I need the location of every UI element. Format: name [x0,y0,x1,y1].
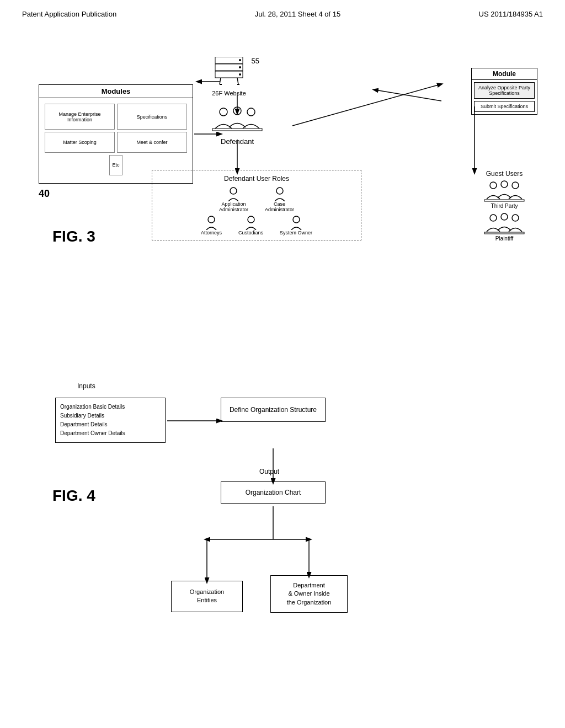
org-entities-label: OrganizationEntities [190,588,224,603]
svg-rect-22 [212,129,262,131]
org-chart-box: Organization Chart [221,481,326,504]
svg-point-33 [501,213,508,220]
server-label: 26F Website [210,90,248,97]
server-area: 26F Website 55 [210,57,248,97]
role-label-case-admin: CaseAdministrator [265,201,294,212]
person-icon-app-admin [227,187,239,201]
svg-line-16 [237,78,238,84]
svg-point-26 [248,216,254,223]
module-cell-1: Manage EnterpriseInformation [45,104,115,130]
module-cell-3: Matter Scoping [45,132,115,152]
svg-point-27 [293,216,300,223]
role-attorneys: Attorneys [201,216,222,235]
svg-point-13 [239,66,241,68]
guest-label-third-party: Third Party [491,203,518,209]
people-icon-plaintiff [482,212,526,235]
role-case-admin: CaseAdministrator [265,187,294,212]
dept-owner-box: Department& Owner Insidethe Organization [270,575,348,613]
role-label-attorneys: Attorneys [201,230,222,235]
define-org-box: Define Organization Structure [221,398,326,422]
server-number: 55 [252,57,259,65]
module-cell-2: Specifications [117,104,187,130]
svg-point-12 [239,59,241,61]
svg-point-19 [220,108,227,116]
module-right-title: Module [472,68,537,80]
role-label-custodians: Custodians [238,230,263,235]
fig3-label: FIG. 3 [52,228,95,245]
role-system-owner: System Owner [280,216,312,235]
svg-point-24 [276,188,283,194]
defendant-roles-title: Defendant User Roles [157,175,356,183]
person-icon-attorneys [205,216,217,230]
inputs-label: Inputs [77,382,95,390]
defendant-area: Defendant [193,106,281,146]
svg-point-20 [233,107,241,115]
role-label-system-owner: System Owner [280,230,312,235]
svg-line-8 [292,84,440,126]
org-chart-label: Organization Chart [246,489,301,496]
person-icon-case-admin [274,187,286,201]
module-cell-4: Meet & confer [117,132,187,152]
svg-rect-9 [215,57,243,63]
fig4-label: FIG. 4 [52,487,95,505]
svg-rect-11 [215,71,243,78]
svg-line-6 [375,90,441,101]
guest-item-third-party: Third Party [471,180,537,209]
dept-owner-label: Department& Owner Insidethe Organization [287,582,332,606]
modules-box: Modules Manage EnterpriseInformation Spe… [39,84,193,184]
define-org-label: Define Organization Structure [230,406,317,414]
role-app-admin: ApplicationAdministrator [219,187,248,212]
guest-item-plaintiff: Plaintiff [471,212,537,242]
inputs-line3: Department Details [60,420,161,429]
svg-point-28 [490,182,497,189]
modules-title: Modules [39,85,193,98]
svg-point-25 [208,216,215,223]
header-right: US 2011/184935 A1 [479,10,543,18]
module-right-item2: Submit Specifications [474,101,535,112]
svg-point-32 [490,215,497,221]
main-content: Modules Manage EnterpriseInformation Spe… [0,18,565,719]
label-40: 40 [39,188,50,200]
guest-users-area: Guest Users Third Party [471,170,537,245]
svg-point-30 [512,182,519,189]
inputs-line2: Subsidiary Details [60,411,161,420]
page-header: Patent Application Publication Jul. 28, … [0,0,565,18]
defendant-group-icon [210,106,265,131]
svg-rect-10 [215,64,243,71]
role-label-app-admin: ApplicationAdministrator [219,201,248,212]
svg-point-34 [512,215,519,221]
defendant-label: Defendant [193,137,281,146]
svg-point-23 [230,188,237,194]
person-icon-custodians [245,216,257,230]
defendant-roles-box: Defendant User Roles ApplicationAdminist… [152,170,361,240]
inputs-line4: Department Owner Details [60,429,161,438]
svg-rect-31 [484,200,524,201]
output-label: Output [259,468,279,475]
svg-rect-35 [484,232,524,234]
server-icon [210,57,248,87]
guest-users-title: Guest Users [471,170,537,178]
person-icon-system-owner [290,216,302,230]
inputs-box: Organization Basic Details Subsidiary De… [55,398,166,443]
svg-point-29 [501,181,508,188]
people-icon-third-party [482,180,526,203]
module-right-item1: Analyze Opposite Party Specifications [474,82,535,99]
header-center: Jul. 28, 2011 Sheet 4 of 15 [255,10,340,18]
inputs-line1: Organization Basic Details [60,403,161,411]
svg-point-21 [247,108,255,116]
fig4-container: Inputs Organization Basic Details Subsid… [22,377,543,719]
fig3-container: Modules Manage EnterpriseInformation Spe… [22,51,543,360]
guest-label-plaintiff: Plaintiff [495,235,514,242]
header-left: Patent Application Publication [22,10,116,18]
org-entities-box: OrganizationEntities [171,581,243,612]
module-cell-5: Etc [109,155,122,175]
role-custodians: Custodians [238,216,263,235]
module-right-box: Module Analyze Opposite Party Specificat… [471,68,537,115]
svg-line-15 [220,78,221,84]
svg-point-14 [239,73,241,76]
defendant-people-icon [193,106,281,135]
